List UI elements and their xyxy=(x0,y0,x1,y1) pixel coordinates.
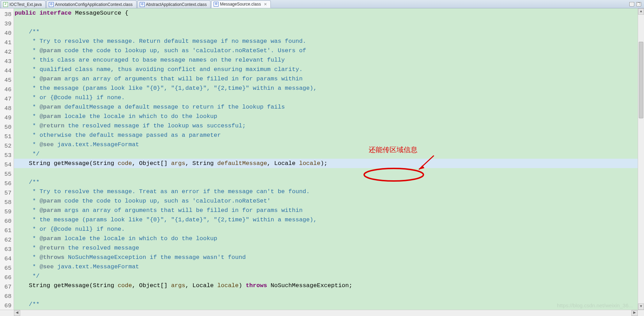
line-number: 67 xyxy=(0,282,14,292)
line-number: 38 xyxy=(0,10,14,19)
code-line[interactable]: * or {@code null} if none. xyxy=(14,224,638,234)
tab-annotationconfig[interactable]: AnnotationConfigApplicationContext.class xyxy=(46,0,137,8)
line-number: 46 xyxy=(0,85,14,94)
code-line[interactable]: * @return the resolved message if the lo… xyxy=(14,121,638,131)
line-number: 64 xyxy=(0,254,14,263)
line-number: 61 xyxy=(0,226,14,235)
tab-ioctest[interactable]: IOCTest_Ext.java xyxy=(1,0,46,8)
line-number: 68 xyxy=(0,292,14,301)
window-controls: — ❐ xyxy=(629,0,644,8)
line-number: 44 xyxy=(0,66,14,76)
code-line[interactable]: * @param locale the locale in which to d… xyxy=(14,234,638,243)
minimize-button[interactable]: — xyxy=(629,2,634,6)
line-number: 51 xyxy=(0,132,14,141)
line-number: 45 xyxy=(0,76,14,85)
code-line[interactable]: * @param args an array of arguments that… xyxy=(14,74,638,84)
line-number: 63 xyxy=(0,245,14,254)
restore-button[interactable]: ❐ xyxy=(636,2,641,6)
code-line[interactable]: * Try to resolve the message. Return def… xyxy=(14,37,638,46)
line-number: 59 xyxy=(0,207,14,216)
line-number: 50 xyxy=(0,123,14,132)
code-line[interactable]: * @return the resolved message xyxy=(14,243,638,253)
scroll-thumb[interactable] xyxy=(639,42,643,118)
line-number: 40 xyxy=(0,29,14,38)
gutter: 3839404142434445464748495051525354555657… xyxy=(0,8,14,310)
code-area[interactable]: public interface MessageSource { /** * T… xyxy=(14,8,638,310)
code-line[interactable]: * @param code the code to lookup up, suc… xyxy=(14,46,638,55)
code-line[interactable]: * @see java.text.MessageFormat xyxy=(14,140,638,149)
code-line[interactable]: * qualified class name, thus avoiding co… xyxy=(14,65,638,74)
class-file-icon xyxy=(214,2,219,7)
line-number: 56 xyxy=(0,179,14,188)
tab-abstractapp[interactable]: AbstractApplicationContext.class xyxy=(137,0,211,8)
line-number: 43 xyxy=(0,57,14,66)
line-number: 53 xyxy=(0,151,14,160)
code-line[interactable]: * otherwise the default message passed a… xyxy=(14,131,638,140)
line-number: 47 xyxy=(0,94,14,104)
java-file-icon xyxy=(3,2,8,7)
scroll-right-button[interactable]: ▶ xyxy=(631,310,638,316)
tab-label: AbstractApplicationContext.class xyxy=(146,2,207,7)
line-number: 60 xyxy=(0,216,14,226)
code-line[interactable]: * @param locale the locale in which to d… xyxy=(14,112,638,121)
line-number: 39 xyxy=(0,19,14,29)
code-line[interactable]: * Try to resolve the message. Treat as a… xyxy=(14,187,638,196)
code-line[interactable] xyxy=(14,290,638,300)
code-line[interactable]: * @see java.text.MessageFormat xyxy=(14,262,638,271)
class-file-icon xyxy=(49,2,54,7)
line-number: 41 xyxy=(0,38,14,47)
editor: 3839404142434445464748495051525354555657… xyxy=(0,8,644,310)
line-number: 42 xyxy=(0,47,14,57)
horizontal-scrollbar[interactable]: ◀ ▶ xyxy=(0,310,644,316)
code-line[interactable]: /** xyxy=(14,177,638,187)
line-number: 66 xyxy=(0,273,14,282)
tab-label: AnnotationConfigApplicationContext.class xyxy=(55,2,133,7)
vertical-scrollbar[interactable]: ▲ ▼ xyxy=(638,8,644,310)
line-number: 57 xyxy=(0,188,14,198)
line-number: 58 xyxy=(0,198,14,207)
code-line[interactable]: String getMessage(String code, Object[] … xyxy=(14,281,638,290)
code-line[interactable]: * the message (params look like "{0}", "… xyxy=(14,215,638,224)
code-line[interactable]: public interface MessageSource { xyxy=(14,8,638,18)
line-number: 54 xyxy=(0,160,14,169)
code-line[interactable]: * @param code the code to lookup up, suc… xyxy=(14,196,638,206)
line-number: 52 xyxy=(0,141,14,151)
line-number: 69 xyxy=(0,301,14,310)
tab-messagesource[interactable]: MessageSource.class ✕ xyxy=(211,0,270,8)
line-number: 55 xyxy=(0,169,14,179)
watermark: https://blog.csdn.net/weixin_36... xyxy=(557,302,633,308)
code-line[interactable]: /** xyxy=(14,300,638,309)
code-line[interactable]: * or {@code null} if none. xyxy=(14,93,638,102)
class-file-icon xyxy=(140,2,145,7)
code-line[interactable]: */ xyxy=(14,149,638,159)
line-number: 48 xyxy=(0,104,14,113)
scroll-left-button[interactable]: ◀ xyxy=(14,310,20,316)
scroll-down-button[interactable]: ▼ xyxy=(638,303,644,310)
code-line[interactable]: * @throws NoSuchMessageException if the … xyxy=(14,253,638,262)
code-line[interactable]: String getMessage(String code, Object[] … xyxy=(14,159,638,168)
tab-label: IOCTest_Ext.java xyxy=(9,2,42,7)
code-line[interactable]: * @param args an array of arguments that… xyxy=(14,206,638,215)
code-line[interactable]: */ xyxy=(14,271,638,281)
line-number: 49 xyxy=(0,113,14,123)
tab-label: MessageSource.class xyxy=(220,2,261,7)
close-icon[interactable]: ✕ xyxy=(264,2,267,7)
code-line[interactable]: * the message (params look like "{0}", "… xyxy=(14,84,638,93)
line-number: 65 xyxy=(0,263,14,273)
scroll-up-button[interactable]: ▲ xyxy=(638,8,644,15)
code-line[interactable] xyxy=(14,18,638,27)
code-line[interactable]: * @param defaultMessage a default messag… xyxy=(14,102,638,112)
code-line[interactable] xyxy=(14,168,638,177)
code-line[interactable]: * this class are encouraged to base mess… xyxy=(14,55,638,65)
line-number: 62 xyxy=(0,235,14,245)
tab-bar: IOCTest_Ext.java AnnotationConfigApplica… xyxy=(0,0,644,8)
code-line[interactable]: /** xyxy=(14,27,638,37)
